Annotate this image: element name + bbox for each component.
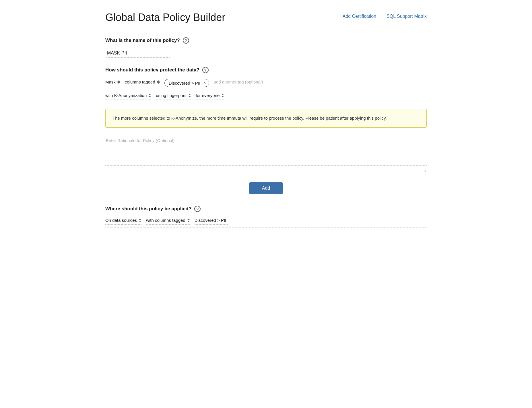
add-certification-link[interactable]: Add Certification xyxy=(343,14,376,19)
rationale-textarea[interactable] xyxy=(105,137,427,166)
protection-row-1: Mask columns tagged Discovered > PII × xyxy=(105,79,427,90)
target-select-value: columns tagged xyxy=(125,79,155,84)
tag-chip-text: Discovered > PII xyxy=(169,81,200,86)
columns-tagged-select[interactable]: with columns tagged xyxy=(146,218,190,225)
policy-name-help-icon[interactable]: ? xyxy=(183,37,189,44)
scope-select-spinner[interactable] xyxy=(221,94,224,97)
method-select-value: with K-Anonymization xyxy=(105,93,147,98)
fingerprint-select-value: using fingerprint xyxy=(156,93,187,98)
columns-tagged-select-value: with columns tagged xyxy=(146,218,185,223)
page-header: Global Data Policy Builder Add Certifica… xyxy=(105,11,427,24)
applied-tag-value: Discovered > PII xyxy=(195,218,226,223)
policy-name-section: What is the name of this policy? ? xyxy=(105,37,427,58)
warning-text: The more columns selected to K-Anonymize… xyxy=(112,116,387,121)
protection-help-icon[interactable]: ? xyxy=(202,67,209,73)
header-links: Add Certification SQL Support Matrix xyxy=(343,11,427,19)
applied-section-help-icon[interactable]: ? xyxy=(194,206,201,212)
protection-row-2: with K-Anonymization using fingerprint f… xyxy=(105,93,427,103)
scope-select-value: for everyone xyxy=(196,93,220,98)
columns-tagged-select-spinner[interactable] xyxy=(187,219,190,222)
datasource-select-spinner[interactable] xyxy=(139,219,141,222)
method-select-spinner[interactable] xyxy=(148,94,151,97)
resize-hint: ⌟ xyxy=(105,167,427,173)
protection-section: How should this policy protect the data?… xyxy=(105,67,427,128)
action-select[interactable]: Mask xyxy=(105,79,120,86)
applied-row: On data sources with columns tagged Disc… xyxy=(105,218,427,228)
warning-box: The more columns selected to K-Anonymize… xyxy=(105,109,427,128)
protection-label: How should this policy protect the data?… xyxy=(105,67,427,73)
sql-support-matrix-link[interactable]: SQL Support Matrix xyxy=(387,14,427,19)
rationale-section: ⌟ xyxy=(105,137,427,173)
target-select-spinner[interactable] xyxy=(157,80,160,84)
page-title: Global Data Policy Builder xyxy=(105,11,225,24)
add-button-row: Add xyxy=(105,182,427,194)
add-button[interactable]: Add xyxy=(249,182,283,194)
policy-name-label: What is the name of this policy? ? xyxy=(105,37,427,44)
applied-tag-select[interactable]: Discovered > PII xyxy=(195,218,228,225)
add-tag-placeholder[interactable]: add another tag (optional) xyxy=(214,79,427,86)
applied-section-label: Where should this policy be applied? ? xyxy=(105,206,427,212)
datasource-select[interactable]: On data sources xyxy=(105,218,141,225)
target-select[interactable]: columns tagged xyxy=(125,79,160,86)
applied-section: Where should this policy be applied? ? O… xyxy=(105,206,427,228)
policy-name-input[interactable] xyxy=(106,49,170,58)
tag-close-button[interactable]: × xyxy=(203,80,206,86)
method-select[interactable]: with K-Anonymization xyxy=(105,93,151,100)
scope-select[interactable]: for everyone xyxy=(196,93,224,100)
tag-chip: Discovered > PII × xyxy=(164,79,209,87)
fingerprint-select-spinner[interactable] xyxy=(188,94,191,97)
action-select-value: Mask xyxy=(105,79,116,84)
fingerprint-select[interactable]: using fingerprint xyxy=(156,93,191,100)
action-select-spinner[interactable] xyxy=(117,80,120,84)
datasource-select-value: On data sources xyxy=(105,218,137,223)
